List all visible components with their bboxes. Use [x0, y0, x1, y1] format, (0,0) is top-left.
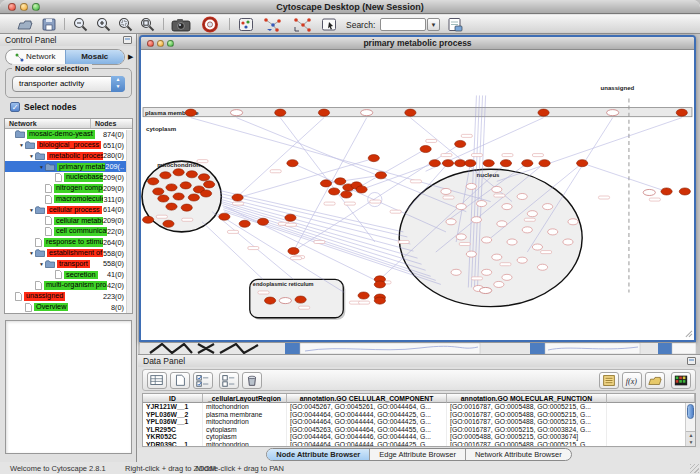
network-node[interactable] [285, 214, 296, 221]
network-node[interactable] [288, 248, 299, 255]
zoom-window-icon[interactable] [32, 3, 40, 11]
search-dropdown-button[interactable]: ▼ [427, 18, 440, 31]
network-node[interactable] [643, 189, 655, 195]
frame-close-icon[interactable] [147, 40, 154, 47]
import-attributes-icon[interactable] [645, 372, 665, 389]
network-node[interactable] [318, 109, 329, 116]
tree-row[interactable]: secretion41(0) [5, 269, 132, 280]
window-titlebar[interactable]: Cytoscape Desktop (New Session) [0, 0, 700, 14]
network-node[interactable] [148, 178, 159, 185]
tree-row[interactable]: ▼metabolic process280(0) [5, 151, 132, 162]
table-cell[interactable]: plasma membrane [203, 411, 287, 419]
table-scrollbar-arrows[interactable]: ▲▼ [686, 431, 696, 446]
network-node[interactable] [679, 188, 690, 195]
tree-row[interactable]: ▼transport558(0) [5, 259, 132, 270]
resize-grip[interactable] [690, 464, 699, 473]
table-cell[interactable] [607, 441, 695, 448]
attribute-list-icon[interactable] [599, 372, 619, 389]
new-attribute-icon[interactable] [170, 372, 190, 389]
network-node[interactable] [173, 193, 184, 200]
expander-icon[interactable]: ▼ [38, 164, 45, 170]
network-node[interactable] [158, 195, 169, 202]
network-node[interactable] [163, 220, 174, 227]
network-node[interactable] [287, 160, 298, 167]
birds-eye-view[interactable] [5, 320, 132, 454]
network-node[interactable] [538, 109, 549, 116]
network-node[interactable] [420, 145, 431, 152]
snapshot-icon[interactable] [170, 16, 192, 33]
tree-row[interactable]: ▼primary metabo209(.. [5, 161, 132, 172]
network-node[interactable] [517, 257, 527, 263]
table-cell[interactable]: mitochondrion [203, 418, 287, 426]
tree-row[interactable]: ▼biological_process651(0) [5, 140, 132, 151]
network-node[interactable] [375, 172, 386, 179]
table-scrollbar-thumb[interactable] [687, 404, 694, 419]
network-node[interactable] [275, 109, 286, 116]
table-column-header[interactable] [607, 394, 695, 403]
frame-zoom-icon[interactable] [167, 40, 174, 47]
network-node[interactable] [200, 190, 211, 197]
network-node[interactable] [539, 160, 550, 167]
tree-row[interactable]: ▼establishment of lo558(0) [5, 248, 132, 259]
table-cell[interactable]: [GO:0016787, GO:0005488, GO:0005215, G..… [447, 403, 607, 411]
network-node[interactable] [160, 172, 171, 179]
table-cell[interactable]: YPL036W__1 [143, 418, 203, 426]
network-node[interactable] [361, 110, 373, 116]
expander-icon[interactable]: ▼ [38, 261, 45, 267]
zoom-fit-icon[interactable] [139, 16, 157, 33]
network-node[interactable] [173, 169, 184, 176]
network-node[interactable] [198, 174, 209, 181]
tree-row[interactable]: unassigned223(0) [5, 291, 132, 302]
unselect-all-attributes-icon[interactable] [219, 372, 239, 389]
table-cell[interactable]: [GO:0016787, GO:0005215, GO:0003824, G..… [447, 426, 607, 434]
network-node[interactable] [465, 160, 476, 167]
network-node[interactable] [181, 204, 192, 211]
network-node[interactable] [239, 220, 250, 227]
attribute-select-icon[interactable] [147, 372, 167, 389]
table-column-header[interactable]: annotation.GO MOLECULAR_FUNCTION [447, 394, 607, 403]
network-node[interactable] [358, 292, 369, 299]
table-cell[interactable]: [GO:0044464, GO:0044444, GO:0044425, G..… [287, 441, 447, 448]
network-node[interactable] [329, 188, 340, 195]
frame-resize-grip[interactable] [686, 331, 692, 337]
table-cell[interactable]: [GO:0005488, GO:0005215, GO:0003674] [447, 433, 607, 441]
network-node[interactable] [166, 203, 177, 210]
table-cell[interactable] [607, 433, 695, 441]
network-node[interactable] [295, 296, 306, 303]
configure-search-icon[interactable] [446, 16, 464, 33]
network-node[interactable] [279, 298, 291, 304]
network-node[interactable] [661, 188, 672, 195]
network-node[interactable] [143, 216, 154, 223]
network-node[interactable] [374, 281, 385, 288]
network-canvas[interactable]: plasma membranecytoplasmmitochondrionnuc… [141, 50, 694, 340]
table-cell[interactable]: YPL036W__2 [143, 411, 203, 419]
network-node[interactable] [482, 269, 492, 275]
table-column-header[interactable]: _cellularLayoutRegion [203, 394, 287, 403]
table-cell[interactable]: [GO:0016787, GO:0005488, GO:0005215, G..… [447, 441, 607, 448]
network-node[interactable] [341, 191, 352, 198]
tree-col-nodes[interactable]: Nodes [91, 119, 132, 128]
network-node[interactable] [466, 251, 476, 257]
table-cell[interactable]: [GO:0016787, GO:0005488, GO:0005215, G..… [447, 411, 607, 419]
network-node[interactable] [232, 194, 243, 201]
select-all-attributes-icon[interactable] [193, 372, 213, 389]
tab-network-attribute-browser[interactable]: Network Attribute Browser [466, 449, 571, 460]
matrix-view-icon[interactable] [671, 372, 691, 389]
network-node[interactable] [188, 194, 199, 201]
table-cell[interactable]: [GO:0044464, GO:0044444, GO:0044425, G..… [287, 418, 447, 426]
network-node[interactable] [480, 287, 492, 293]
tab-edge-attribute-browser[interactable]: Edge Attribute Browser [370, 449, 466, 460]
network-node[interactable] [522, 227, 532, 233]
network-overview-icon[interactable] [237, 16, 255, 33]
function-builder-icon[interactable]: f(x) [622, 372, 642, 389]
network-node[interactable] [676, 109, 687, 116]
tree-row[interactable]: cell communicat22(0) [5, 226, 132, 237]
network-node[interactable] [374, 297, 385, 304]
table-cell[interactable]: cytoplasm [203, 426, 287, 434]
network-node[interactable] [451, 269, 461, 275]
table-cell[interactable]: [GO:0016787, GO:0005488, GO:0005215, G..… [447, 418, 607, 426]
network-node[interactable] [368, 155, 379, 162]
expand-network-icon[interactable] [291, 16, 315, 33]
network-node[interactable] [517, 193, 527, 199]
table-column-header[interactable]: annotation.GO CELLULAR_COMPONENT [287, 394, 447, 403]
